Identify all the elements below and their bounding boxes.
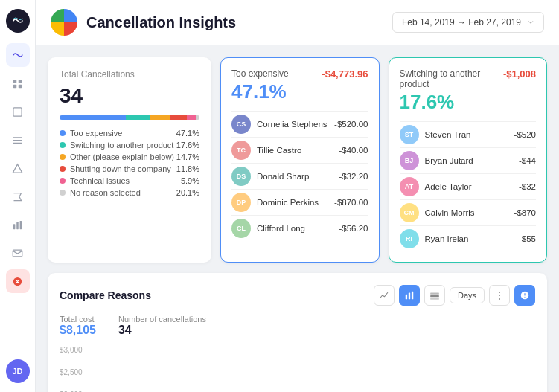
legend-item: Shutting down the company 11.8%: [60, 164, 199, 173]
svg-marker-5: [13, 164, 22, 172]
seg-none: [196, 115, 199, 120]
bar-chart: $3,000 $2,500 $2,000 $1,500 $1,000: [60, 346, 535, 392]
svg-rect-1: [19, 79, 22, 82]
avatar: CM: [400, 203, 419, 222]
info-icon: [520, 290, 530, 301]
svg-rect-14: [430, 295, 439, 297]
person-row: DP Dominic Perkins -$870.00: [231, 189, 368, 215]
person-row: CL Clifford Long -$56.20: [231, 215, 368, 241]
summary-cards: Total Cancellations 34 Too expensive 47.…: [48, 57, 547, 263]
seg-switching: [126, 115, 150, 120]
avatar: AT: [400, 177, 419, 196]
cancellations-stat: Number of cancellations 34: [118, 315, 206, 337]
compare-section: Compare Reasons: [48, 273, 547, 392]
svg-rect-3: [19, 84, 22, 87]
person-row: CM Calvin Morris -$870: [400, 199, 537, 225]
sidebar-item-mail[interactable]: [6, 241, 30, 265]
cancellations-label: Number of cancellations: [118, 315, 206, 324]
sidebar-item-chart[interactable]: [6, 213, 30, 237]
svg-rect-15: [430, 293, 439, 295]
svg-rect-8: [20, 220, 22, 228]
svg-rect-2: [13, 84, 16, 87]
sidebar-item-analytics[interactable]: [6, 156, 30, 180]
sidebar-item-waves[interactable]: [6, 43, 30, 67]
total-cancellations-count: 34: [60, 84, 199, 108]
chart-bars-container: [92, 346, 535, 392]
person-row: BJ Bryan Jutard -$44: [400, 147, 537, 173]
person-row: AT Adele Taylor -$32: [400, 173, 537, 199]
legend-item: Too expensive 47.1%: [60, 129, 199, 138]
person-row: CS Cornelia Stephens -$520.00: [231, 111, 368, 137]
legend-item: No reason selected 20.1%: [60, 188, 199, 197]
total-cancellations-card: Total Cancellations 34 Too expensive 47.…: [48, 57, 211, 263]
total-cost-value: $8,105: [60, 324, 96, 337]
compare-title: Compare Reasons: [60, 289, 151, 301]
sidebar-item-close[interactable]: [6, 269, 30, 293]
line-chart-icon: [379, 290, 389, 301]
y-axis-labels: $3,000 $2,500 $2,000 $1,500 $1,000: [60, 346, 89, 392]
total-cost-stat: Total cost $8,105: [60, 315, 96, 337]
svg-rect-0: [13, 79, 16, 82]
legend-item: Technical issues 5.9%: [60, 176, 199, 185]
seg-shutting: [170, 115, 187, 120]
chevron-down-icon: [527, 19, 534, 26]
avatar: ST: [400, 125, 419, 144]
svg-rect-6: [13, 224, 16, 229]
insight-header: Switching to another product 17.6% -$1,0…: [400, 68, 537, 114]
avatar: BJ: [400, 151, 419, 170]
cancellation-legend: Too expensive 47.1% Switching to another…: [60, 129, 199, 197]
info-btn[interactable]: [514, 285, 535, 306]
svg-rect-13: [412, 292, 413, 300]
avatar: CL: [231, 219, 251, 238]
sidebar-item-flag[interactable]: [6, 184, 30, 208]
main-area: Cancellation Insights Feb 14, 2019 → Feb…: [36, 0, 559, 392]
sidebar-item-grid[interactable]: [6, 71, 30, 95]
insight-label: Too expensive: [231, 68, 289, 79]
compare-header: Compare Reasons: [60, 285, 535, 306]
person-row: TC Tillie Castro -$40.00: [231, 137, 368, 163]
total-cost-label: Total cost: [60, 315, 96, 324]
avatar: RI: [400, 229, 419, 248]
legend-item: Other (please explain below) 14.7%: [60, 152, 199, 161]
svg-rect-16: [430, 298, 439, 300]
person-row: DS Donald Sharp -$32.20: [231, 163, 368, 189]
sidebar-user-area: JD: [6, 359, 30, 383]
seg-technical: [187, 115, 195, 120]
legend-item: Switching to another product 17.6%: [60, 141, 199, 150]
insight-label: Switching to another product: [400, 68, 503, 89]
sidebar-item-menu[interactable]: [6, 128, 30, 152]
bar-chart-btn[interactable]: [399, 285, 420, 306]
total-cancellations-label: Total Cancellations: [60, 69, 199, 80]
switching-product-card: Switching to another product 17.6% -$1,0…: [389, 57, 548, 263]
insight-header: Too expensive 47.1% -$4,773.96: [231, 68, 368, 103]
bar-chart-icon: [404, 290, 415, 301]
header: Cancellation Insights Feb 14, 2019 → Feb…: [36, 0, 559, 45]
insight-amount: -$1,008: [503, 68, 536, 80]
figma-logo: [51, 9, 77, 36]
people-list: ST Steven Tran -$520 BJ Bryan Jutard -$4…: [400, 121, 537, 251]
seg-other: [150, 115, 171, 120]
line-chart-btn[interactable]: [374, 285, 395, 306]
too-expensive-card: Too expensive 47.1% -$4,773.96 CS Cornel…: [220, 57, 380, 263]
sidebar-item-box[interactable]: [6, 100, 30, 123]
person-row: RI Ryan Irelan -$55: [400, 225, 537, 251]
stats-row: Total cost $8,105 Number of cancellation…: [60, 315, 535, 337]
days-selector[interactable]: Days: [450, 287, 485, 303]
svg-rect-12: [409, 293, 410, 300]
stacked-chart-btn[interactable]: [424, 285, 445, 306]
svg-rect-7: [16, 222, 19, 228]
insight-percentage: 17.6%: [400, 91, 503, 114]
date-range-text: Feb 14, 2019 → Feb 27, 2019: [402, 17, 521, 28]
user-avatar[interactable]: JD: [6, 359, 30, 383]
sidebar: JD: [0, 0, 36, 392]
seg-expensive: [60, 115, 126, 120]
avatar: DS: [231, 167, 251, 186]
insight-amount: -$4,773.96: [322, 68, 368, 80]
person-row: ST Steven Tran -$520: [400, 121, 537, 147]
avatar: TC: [231, 141, 251, 160]
page-title: Cancellation Insights: [86, 14, 383, 31]
compare-controls: Days ⋮: [374, 285, 535, 306]
stacked-chart-icon: [429, 290, 440, 301]
date-range-picker[interactable]: Feb 14, 2019 → Feb 27, 2019: [392, 12, 544, 33]
more-options-btn[interactable]: ⋮: [489, 285, 510, 306]
